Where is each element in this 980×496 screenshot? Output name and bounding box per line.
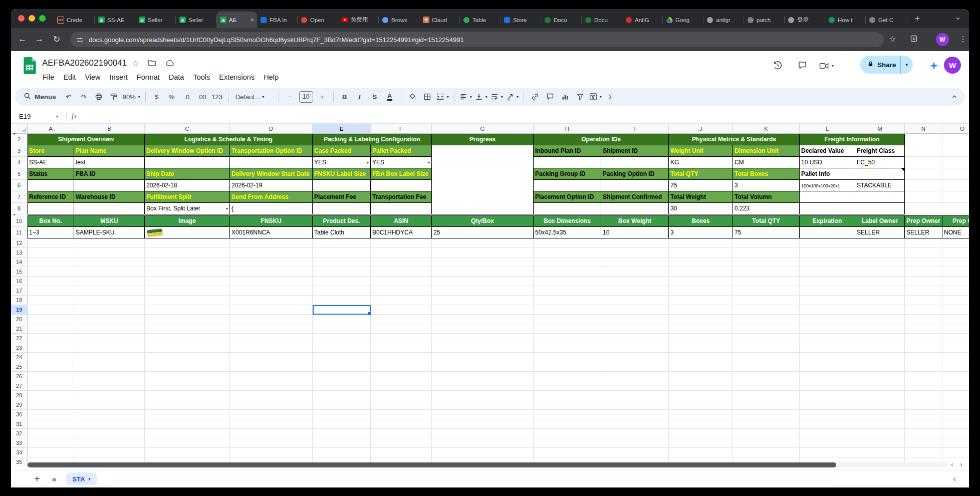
cell-G4[interactable]: [432, 157, 534, 168]
cell-G12[interactable]: [432, 238, 534, 248]
cell-B15[interactable]: [74, 267, 145, 277]
cell-M21[interactable]: [855, 324, 905, 334]
cloud-status-icon[interactable]: [165, 59, 175, 68]
cell-C7[interactable]: Fulfillment Split: [145, 191, 230, 203]
sheets-profile-avatar[interactable]: W: [944, 57, 961, 74]
reload-icon[interactable]: ↻: [53, 34, 60, 45]
cell-E34[interactable]: [313, 448, 371, 457]
cell-B25[interactable]: [74, 362, 145, 372]
menu-format[interactable]: Format: [132, 72, 164, 82]
cell-O15[interactable]: [942, 267, 969, 277]
browser-tab[interactable]: Table: [460, 12, 501, 28]
sheet-tab-sta[interactable]: STA ▾: [66, 472, 96, 485]
cell-D30[interactable]: [230, 410, 313, 419]
cell-B28[interactable]: [74, 391, 145, 400]
cell-J21[interactable]: [669, 324, 733, 334]
cell-E24[interactable]: [313, 353, 371, 362]
cell-D24[interactable]: [230, 353, 313, 362]
cell-J31[interactable]: [669, 419, 733, 429]
browser-tab[interactable]: patch: [744, 12, 785, 28]
cell-N18[interactable]: [905, 296, 942, 305]
cell-A7[interactable]: Reference ID: [28, 191, 74, 203]
cell-I12[interactable]: [601, 238, 669, 248]
cell-I11[interactable]: 10: [601, 227, 669, 238]
cell-F16[interactable]: [371, 277, 432, 286]
cell-D14[interactable]: [230, 258, 313, 267]
browser-tab[interactable]: Docu: [541, 12, 582, 28]
cell-D28[interactable]: [230, 391, 313, 400]
column-header-M[interactable]: M: [855, 124, 905, 134]
row-header-31[interactable]: 31: [11, 419, 28, 429]
unhide-row-9-button[interactable]: ▾: [12, 212, 17, 217]
cell-H15[interactable]: [534, 267, 601, 277]
column-header-J[interactable]: J: [669, 124, 733, 134]
cell-J16[interactable]: [669, 277, 733, 286]
cell-O10[interactable]: Prep C: [942, 215, 969, 227]
cell-L19[interactable]: [800, 305, 855, 315]
format-as-percent-button[interactable]: %: [166, 90, 178, 103]
cell-L13[interactable]: [800, 248, 855, 258]
cell-O28[interactable]: [942, 391, 969, 400]
cell-A5[interactable]: Status: [28, 168, 74, 180]
browser-tab[interactable]: AE×: [216, 12, 257, 28]
cell-M34[interactable]: [855, 448, 905, 457]
cell-O21[interactable]: [942, 324, 969, 334]
cell-M23[interactable]: [855, 343, 905, 353]
menu-view[interactable]: View: [80, 72, 105, 82]
sheets-logo-icon[interactable]: [23, 57, 36, 76]
cell-G3[interactable]: [432, 145, 534, 157]
browser-tab[interactable]: Goog: [663, 12, 703, 28]
cell-B32[interactable]: [74, 429, 145, 438]
cell-A30[interactable]: [28, 410, 74, 419]
browser-tab[interactable]: 免费用: [338, 12, 379, 28]
cell-M12[interactable]: [855, 238, 905, 248]
cell-J29[interactable]: [669, 400, 733, 410]
browser-tab[interactable]: Open: [298, 12, 338, 28]
cell[interactable]: [905, 145, 942, 157]
cell-K33[interactable]: [733, 438, 800, 448]
cell-J14[interactable]: [669, 258, 733, 267]
close-button[interactable]: [18, 15, 25, 22]
cell-E21[interactable]: [313, 324, 371, 334]
cell-N30[interactable]: [905, 410, 942, 419]
star-icon[interactable]: ☆: [132, 59, 139, 68]
cell-E16[interactable]: [313, 277, 371, 286]
cell-I25[interactable]: [601, 362, 669, 372]
cell-C33[interactable]: [145, 438, 230, 448]
cell-O24[interactable]: [942, 353, 969, 362]
cell-D10[interactable]: FNSKU: [230, 215, 313, 227]
cell-H7[interactable]: Placement Option ID: [534, 191, 601, 203]
cell-K24[interactable]: [733, 353, 800, 362]
cell-A6[interactable]: [28, 180, 74, 191]
cell-G29[interactable]: [432, 400, 534, 410]
cell-N21[interactable]: [905, 324, 942, 334]
cell-A21[interactable]: [28, 324, 74, 334]
cell-G2[interactable]: Progress: [432, 134, 534, 145]
cell-E11[interactable]: Table Cloth: [313, 227, 371, 238]
cell-C24[interactable]: [145, 353, 230, 362]
cell-H27[interactable]: [534, 381, 601, 391]
undo-button[interactable]: ↶: [63, 90, 75, 103]
cell[interactable]: [942, 145, 969, 157]
cell-C13[interactable]: [145, 248, 230, 258]
cell-B13[interactable]: [74, 248, 145, 258]
cell-N13[interactable]: [905, 248, 942, 258]
cell-L29[interactable]: [800, 400, 855, 410]
cell-B5[interactable]: FBA ID: [74, 168, 145, 180]
browser-tab[interactable]: Brows: [379, 12, 419, 28]
cell-D18[interactable]: [230, 296, 313, 305]
cell-E10[interactable]: Product Des.: [313, 215, 371, 227]
cell-G16[interactable]: [432, 277, 534, 286]
cell-L7[interactable]: [800, 191, 855, 203]
cell-K28[interactable]: [733, 391, 800, 400]
cell-C4[interactable]: [145, 157, 230, 168]
insert-comment-icon[interactable]: [544, 90, 556, 103]
cell-G11[interactable]: 25: [432, 227, 534, 238]
browser-tab[interactable]: SS-AE: [95, 12, 135, 28]
cell-A26[interactable]: [28, 372, 74, 381]
row-header-28[interactable]: 28: [11, 391, 28, 400]
row-header-18[interactable]: 18: [11, 296, 28, 305]
cell-I21[interactable]: [601, 324, 669, 334]
browser-tab[interactable]: Docu: [582, 12, 622, 28]
cell-I32[interactable]: [601, 429, 669, 438]
